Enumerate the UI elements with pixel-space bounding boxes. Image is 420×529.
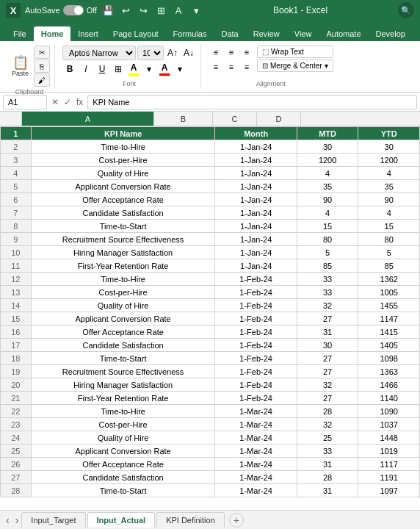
cell-a10[interactable]: Hiring Manager Satisfaction [31, 246, 215, 259]
cell-d19[interactable]: 1363 [358, 365, 420, 378]
tab-home[interactable]: Home [34, 26, 71, 41]
cell-c24[interactable]: 25 [297, 431, 358, 445]
cell-a3[interactable]: Cost-per-Hire [31, 154, 215, 167]
format-painter-button[interactable]: 🖌 [34, 73, 50, 87]
cell-d22[interactable]: 1090 [358, 405, 420, 418]
cell-a14[interactable]: Quality of Hire [31, 299, 215, 312]
cell-a4[interactable]: Quality of Hire [31, 167, 215, 180]
wrap-text-button[interactable]: ⬚ Wrap Text [257, 46, 333, 58]
cell-b26[interactable]: 1-Mar-24 [215, 458, 297, 471]
cell-d23[interactable]: 1037 [358, 418, 420, 431]
cell-a27[interactable]: Candidate Satisfaction [31, 471, 215, 484]
cell-b28[interactable]: 1-Mar-24 [215, 484, 297, 497]
cell-d3[interactable]: 1200 [358, 154, 420, 167]
tab-automate[interactable]: Automate [319, 26, 368, 41]
cell-c10[interactable]: 5 [297, 246, 358, 259]
cell-d17[interactable]: 1405 [358, 339, 420, 352]
col-header-a[interactable]: A [22, 112, 154, 126]
cell-c22[interactable]: 28 [297, 405, 358, 418]
row-number[interactable]: 6 [1, 193, 32, 206]
sheet-tab-input-target[interactable]: Input_Target [21, 512, 85, 528]
cell-d10[interactable]: 5 [358, 246, 420, 259]
autosave-switch[interactable] [63, 5, 84, 15]
cell-c7[interactable]: 4 [297, 206, 358, 220]
row-number[interactable]: 24 [1, 431, 32, 445]
sheet-tab-input-actual[interactable]: Input_Actual [87, 512, 156, 528]
cell-d12[interactable]: 1362 [358, 273, 420, 286]
row-number[interactable]: 12 [1, 273, 32, 286]
cell-d11[interactable]: 85 [358, 259, 420, 273]
row-number[interactable]: 4 [1, 167, 32, 180]
cell-d6[interactable]: 90 [358, 193, 420, 206]
cell-b3[interactable]: 1-Jan-24 [215, 154, 297, 167]
cell-c14[interactable]: 32 [297, 299, 358, 312]
cell-a15[interactable]: Applicant Conversion Rate [31, 312, 215, 325]
increase-font-button[interactable]: A↑ [165, 46, 180, 60]
cell-c12[interactable]: 33 [297, 273, 358, 286]
cell-d27[interactable]: 1191 [358, 471, 420, 484]
cell-c3[interactable]: 1200 [297, 154, 358, 167]
cell-b19[interactable]: 1-Feb-24 [215, 365, 297, 378]
cell-a28[interactable]: Time-to-Start [31, 484, 215, 497]
cell-c1[interactable]: MTD [297, 127, 358, 140]
row-number[interactable]: 27 [1, 471, 32, 484]
cell-b20[interactable]: 1-Feb-24 [215, 378, 297, 392]
align-center-button[interactable]: ≡ [224, 60, 239, 73]
cell-a12[interactable]: Time-to-Hire [31, 273, 215, 286]
tab-develop[interactable]: Develop [369, 26, 413, 41]
italic-button[interactable]: I [79, 62, 93, 76]
cell-b6[interactable]: 1-Jan-24 [215, 193, 297, 206]
paste-button[interactable]: 📋 Paste [9, 46, 32, 87]
row-number[interactable]: 2 [1, 140, 32, 154]
row-number[interactable]: 5 [1, 180, 32, 193]
underline-button[interactable]: U [95, 62, 109, 76]
cell-b25[interactable]: 1-Mar-24 [215, 445, 297, 458]
cell-b4[interactable]: 1-Jan-24 [215, 167, 297, 180]
font-size-select[interactable]: 10 [137, 46, 164, 60]
cell-c26[interactable]: 31 [297, 458, 358, 471]
copy-button[interactable]: ⎘ [34, 60, 50, 73]
cell-b11[interactable]: 1-Jan-24 [215, 259, 297, 273]
cell-b13[interactable]: 1-Feb-24 [215, 286, 297, 299]
cell-c25[interactable]: 33 [297, 445, 358, 458]
undo-icon[interactable]: ↩ [119, 4, 132, 17]
align-top-center-button[interactable]: ≡ [224, 46, 239, 59]
cell-b7[interactable]: 1-Jan-24 [215, 206, 297, 220]
tab-view[interactable]: View [287, 26, 319, 41]
cell-c19[interactable]: 27 [297, 365, 358, 378]
cell-d24[interactable]: 1448 [358, 431, 420, 445]
col-header-d[interactable]: D [257, 112, 301, 126]
row-number[interactable]: 28 [1, 484, 32, 497]
cell-a24[interactable]: Quality of Hire [31, 431, 215, 445]
cell-c4[interactable]: 4 [297, 167, 358, 180]
cell-a13[interactable]: Cost-per-Hire [31, 286, 215, 299]
row-number[interactable]: 22 [1, 405, 32, 418]
font-color-button[interactable]: A [158, 62, 171, 76]
cell-b22[interactable]: 1-Mar-24 [215, 405, 297, 418]
cell-a2[interactable]: Time-to-Hire [31, 140, 215, 154]
grid-icon[interactable]: ⊞ [154, 4, 167, 17]
search-button[interactable]: 🔍 [398, 2, 414, 18]
row-number[interactable]: 16 [1, 325, 32, 339]
row-number[interactable]: 21 [1, 392, 32, 405]
row-number[interactable]: 1 [1, 127, 32, 140]
row-number[interactable]: 9 [1, 233, 32, 246]
cell-d8[interactable]: 15 [358, 220, 420, 233]
cell-c11[interactable]: 85 [297, 259, 358, 273]
cell-c13[interactable]: 33 [297, 286, 358, 299]
tab-insert[interactable]: Insert [70, 26, 106, 41]
cell-a1[interactable]: KPI Name [31, 127, 215, 140]
cell-reference-box[interactable]: A1 [3, 95, 47, 109]
add-sheet-button[interactable]: + [229, 513, 244, 528]
cell-d26[interactable]: 1117 [358, 458, 420, 471]
cell-a21[interactable]: First-Year Retention Rate [31, 392, 215, 405]
cell-b12[interactable]: 1-Feb-24 [215, 273, 297, 286]
sheet-tab-kpi-definition[interactable]: KPI Definition [156, 512, 225, 528]
next-sheet-button[interactable]: › [12, 514, 22, 526]
row-number[interactable]: 3 [1, 154, 32, 167]
cell-a22[interactable]: Time-to-Hire [31, 405, 215, 418]
bold-button[interactable]: B [62, 62, 77, 76]
cell-b27[interactable]: 1-Mar-24 [215, 471, 297, 484]
align-right-button[interactable]: ≡ [239, 60, 254, 73]
cell-a26[interactable]: Offer Acceptance Rate [31, 458, 215, 471]
